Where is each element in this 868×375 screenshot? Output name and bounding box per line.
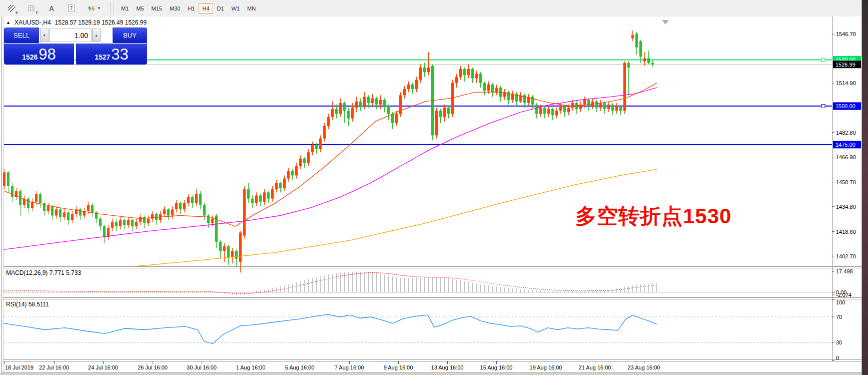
candle-body <box>219 242 222 251</box>
date-label: 1 Aug 16:00 <box>236 364 266 370</box>
date-label: 21 Aug 16:00 <box>579 364 611 370</box>
candle-body <box>643 58 646 61</box>
date-label: 23 Aug 16:00 <box>628 364 660 370</box>
candle-body <box>491 85 494 92</box>
volume-increase-button[interactable]: ▲ <box>92 29 101 42</box>
candle-body <box>211 219 214 223</box>
window-right-edge <box>861 0 868 375</box>
buy-price-big: 33 <box>111 46 128 64</box>
candle-body <box>271 189 274 198</box>
candle-body <box>575 103 578 109</box>
candle-body <box>403 89 406 95</box>
candle-body <box>299 159 302 166</box>
candle-body <box>639 41 642 57</box>
candle-body <box>147 219 150 223</box>
candle-body <box>471 69 474 78</box>
candle-body <box>307 152 310 163</box>
candle-body <box>607 105 610 109</box>
candle-body <box>39 194 42 203</box>
candle-body <box>611 105 614 111</box>
mt4-window: E F A T <box>0 0 868 375</box>
candle-body <box>227 246 230 257</box>
price-tick-label: 1450.70 <box>836 179 856 185</box>
date-label: 30 Jul 16:00 <box>187 364 217 370</box>
candle-body <box>531 97 534 104</box>
collapse-panel-icon[interactable]: ▲ <box>6 20 11 25</box>
candle-body <box>183 203 186 209</box>
candle-body <box>179 203 182 209</box>
date-label: 7 Aug 16:00 <box>335 364 364 370</box>
candle-body <box>199 194 202 205</box>
candle-body <box>447 108 450 114</box>
candle-body <box>635 34 638 48</box>
candle-body <box>551 109 554 115</box>
candle-body <box>627 63 630 68</box>
candle-body <box>123 220 126 225</box>
date-label: 26 Jul 16:00 <box>138 364 168 370</box>
price-tick-label: 1466.90 <box>836 154 856 160</box>
candle-body <box>547 109 550 114</box>
candle-body <box>259 195 262 201</box>
macd-axis-label: 17.498 <box>836 268 853 274</box>
candle-body <box>115 222 118 226</box>
candle-body <box>99 219 102 226</box>
chart-title: ▲ XAUUSD-,H4 1528.57 1529.19 1526.49 152… <box>6 19 147 26</box>
volume-decrease-button[interactable]: ▼ <box>40 29 49 42</box>
candle-body <box>571 103 574 108</box>
candle-body <box>319 139 322 150</box>
candle-body <box>131 220 134 226</box>
candle-body <box>415 80 418 89</box>
candle-body <box>167 209 170 215</box>
candle-body <box>647 58 650 63</box>
price-tick-label: 1434.80 <box>836 204 856 210</box>
candle-body <box>239 232 242 262</box>
candle-body <box>175 203 178 209</box>
candle-body <box>191 197 194 203</box>
candle-body <box>251 199 254 203</box>
candle-body <box>371 98 374 103</box>
rsi-axis-label: 70 <box>836 314 842 320</box>
sell-button[interactable]: SELL <box>4 28 39 43</box>
candle-body <box>351 108 354 119</box>
candle-body <box>467 69 470 75</box>
candle-body <box>563 106 566 112</box>
candle-body <box>543 108 546 114</box>
sell-price-button[interactable]: 1526 98 <box>4 44 74 65</box>
candle-body <box>295 166 298 175</box>
hline-handle[interactable] <box>821 58 825 62</box>
candle-body <box>355 102 358 108</box>
buy-price-button[interactable]: 1527 33 <box>76 44 147 65</box>
candle-body <box>535 105 538 114</box>
candle-body <box>487 85 490 91</box>
candle-body <box>459 69 462 77</box>
candle-body <box>651 63 654 65</box>
volume-input[interactable] <box>49 29 92 42</box>
candle-body <box>3 172 6 186</box>
date-label: 19 Aug 16:00 <box>530 364 562 370</box>
candle-body <box>539 108 542 114</box>
candle-body <box>287 171 290 178</box>
date-label: 15 Aug 16:00 <box>480 364 513 370</box>
buy-button[interactable]: BUY <box>113 28 147 43</box>
candle-body <box>51 206 54 215</box>
candle-body <box>231 251 234 257</box>
price-tick-label: 1546.70 <box>836 31 856 37</box>
hline-handle[interactable] <box>821 104 825 108</box>
candle-body <box>263 192 266 201</box>
candle-body <box>359 102 362 106</box>
candle-body <box>443 108 446 117</box>
price-tag-label: 1500.00 <box>835 103 855 109</box>
candle-body <box>419 68 422 80</box>
candle-body <box>7 172 10 186</box>
candle-body <box>375 98 378 104</box>
candle-body <box>91 205 94 212</box>
price-tick-label: 1514.90 <box>836 80 856 86</box>
candle-body <box>111 222 114 228</box>
bid-price-tag-label: 1526.99 <box>835 62 855 68</box>
candle-body <box>331 109 334 117</box>
candle-body <box>135 222 138 226</box>
rsi-axis-label: 0 <box>836 355 839 361</box>
candle-body <box>67 212 70 220</box>
rsi-label: RSI(14) 58.5111 <box>6 301 49 308</box>
price-tick-label: 1482.80 <box>836 130 856 136</box>
